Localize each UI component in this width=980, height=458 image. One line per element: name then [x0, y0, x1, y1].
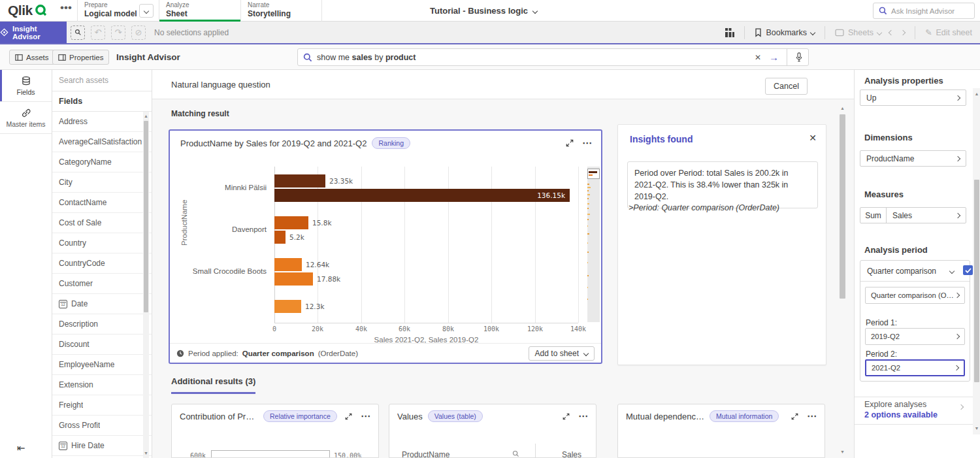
card-menu-icon[interactable]: ⋯: [361, 413, 370, 419]
tab-dropdown-button[interactable]: [139, 4, 154, 18]
mini-scroll-window[interactable]: [587, 169, 600, 179]
field-label: AverageCallSatisfaction: [59, 137, 142, 146]
period-enabled-checkbox[interactable]: [963, 265, 973, 275]
nav-tab-sheet[interactable]: AnalyzeSheet: [159, 0, 240, 22]
bar-davenport[interactable]: [274, 231, 286, 244]
nl-query-input[interactable]: show me sales by product ✕ →: [297, 48, 809, 66]
field-item-countrycode[interactable]: CountryCode: [52, 254, 152, 274]
assets-toggle-button[interactable]: Assets: [9, 50, 55, 65]
field-item-freight[interactable]: Freight: [52, 395, 152, 416]
sidebar-item-master-items[interactable]: Master items: [0, 102, 52, 134]
explore-options-link[interactable]: 2 options available: [864, 410, 938, 419]
properties-toggle-button[interactable]: Properties: [52, 50, 109, 65]
app-title-dropdown[interactable]: Tutorial - Business logic: [430, 0, 537, 22]
mini-tick: [587, 233, 589, 235]
bar-minnki-pälsii[interactable]: [274, 174, 325, 188]
card-menu-icon[interactable]: ⋯: [807, 413, 817, 419]
collapse-panel-icon[interactable]: ⇤: [17, 442, 25, 454]
expand-icon[interactable]: [566, 139, 574, 147]
bar-small-crocodile-boots[interactable]: [274, 258, 302, 271]
mini-tick: [587, 252, 589, 253]
field-item-city[interactable]: City: [52, 172, 152, 193]
chart-menu-icon[interactable]: ⋯: [582, 140, 592, 146]
field-item-employeename[interactable]: EmployeeName: [52, 355, 152, 375]
bar-chart-plot[interactable]: 23.35k136.15k15.8k5.2k12.64k17.88k12.3k: [274, 167, 578, 323]
nav-tab-storytelling[interactable]: NarrateStorytelling: [240, 0, 322, 22]
microphone-icon[interactable]: [795, 52, 803, 62]
bar-davenport[interactable]: [274, 216, 308, 229]
undo-selection-icon[interactable]: ↶: [91, 25, 105, 40]
qlik-logo[interactable]: Qlik: [8, 3, 48, 18]
field-item-extension[interactable]: Extension: [52, 375, 152, 395]
field-item-averagecallsatisfaction[interactable]: AverageCallSatisfaction: [52, 132, 152, 152]
additional-card-3[interactable]: Mutual dependency bet...Mutual informati…: [617, 404, 825, 458]
expand-icon[interactable]: [791, 413, 798, 420]
add-to-sheet-button[interactable]: Add to sheet: [529, 346, 595, 361]
dimension-productname-button[interactable]: ProductName: [860, 150, 966, 167]
edit-sheet-button[interactable]: ✎ Edit sheet: [921, 27, 976, 37]
clear-query-icon[interactable]: ✕: [755, 53, 761, 62]
next-sheet-button[interactable]: [897, 31, 909, 35]
period-calendar-button[interactable]: Quarter comparison (OrderD...: [865, 287, 965, 304]
sidebar-item-fields[interactable]: Fields: [0, 70, 52, 102]
table-col-sales[interactable]: Sales: [562, 450, 581, 458]
nav-tab-logical-model[interactable]: PrepareLogical model: [77, 0, 159, 22]
assets-panel: Search assets Fields AddressAverageCallS…: [52, 70, 152, 458]
additional-card-1[interactable]: Contribution of Product...Relative impor…: [171, 404, 379, 458]
insight-advisor-label: Insight Advisor: [12, 25, 67, 41]
mini-tick: [587, 214, 590, 215]
y-axis-title: ProductName: [180, 220, 188, 246]
column-search-icon[interactable]: [512, 450, 519, 457]
period-type-dropdown[interactable]: Quarter comparison: [860, 261, 970, 282]
insight-advisor-button[interactable]: Insight Advisor: [0, 22, 67, 43]
expand-icon[interactable]: [563, 413, 570, 420]
ranking-badge: Ranking: [372, 137, 410, 149]
additional-card-2[interactable]: ValuesValues (table)⋯ProductNameSales: [389, 404, 596, 458]
clear-selections-icon[interactable]: ⊘: [131, 25, 146, 40]
period2-button[interactable]: 2021-Q2: [865, 359, 965, 376]
field-item-contactname[interactable]: ContactName: [52, 193, 152, 213]
table-col-productname[interactable]: ProductName: [402, 450, 449, 458]
field-item-address[interactable]: Address: [52, 112, 152, 132]
chart-grid-icon[interactable]: [721, 28, 738, 37]
selections-status: No selections applied: [154, 28, 229, 37]
field-item-categoryname[interactable]: CategoryName: [52, 152, 152, 172]
assets-scrollbar[interactable]: ▲ ▼: [143, 112, 149, 458]
properties-scrollbar[interactable]: ▲ ▼: [973, 88, 980, 434]
cancel-button[interactable]: Cancel: [765, 78, 808, 95]
main-scrollbar[interactable]: ▲ ▼: [838, 101, 847, 458]
search-assets-input[interactable]: Search assets: [52, 70, 152, 91]
submit-query-icon[interactable]: →: [769, 52, 779, 63]
sort-up-button[interactable]: Up: [860, 90, 966, 106]
field-item-description[interactable]: Description: [52, 314, 152, 335]
ask-insight-advisor-input[interactable]: Ask Insight Advisor: [873, 3, 975, 19]
period1-button[interactable]: 2019-Q2: [865, 328, 965, 345]
qlik-logo-text: Qlik: [8, 3, 33, 18]
tab-additional-results[interactable]: Additional results (3): [171, 376, 255, 394]
smart-search-icon[interactable]: [71, 25, 85, 40]
expand-icon[interactable]: [345, 413, 352, 420]
field-item-hire-date[interactable]: Hire Date: [52, 436, 152, 456]
field-item-cost-of-sale[interactable]: Cost of Sale: [52, 213, 152, 233]
bar-item[interactable]: [274, 300, 301, 313]
field-label: Date: [71, 299, 88, 308]
sheets-button[interactable]: Sheets: [831, 28, 885, 37]
field-item-customer[interactable]: Customer: [52, 274, 152, 294]
close-icon[interactable]: ✕: [809, 133, 817, 143]
previous-sheet-button[interactable]: [885, 31, 897, 35]
insight-text-box[interactable]: Period over Period: total Sales is 200.2…: [627, 161, 818, 208]
card-menu-icon[interactable]: ⋯: [578, 413, 588, 419]
field-item-country[interactable]: Country: [52, 233, 152, 254]
field-label: Description: [59, 319, 98, 329]
more-menu-icon[interactable]: •••: [60, 1, 72, 14]
field-item-discount[interactable]: Discount: [52, 335, 152, 355]
bookmarks-button[interactable]: Bookmarks: [751, 28, 819, 37]
bar-small-crocodile-boots[interactable]: [274, 272, 313, 286]
chart-mini-scrollbar[interactable]: [587, 167, 600, 322]
measure-sales-button[interactable]: Sum Sales: [860, 207, 966, 223]
redo-selection-icon[interactable]: ↷: [111, 25, 125, 40]
field-item-date[interactable]: Date: [52, 294, 152, 314]
field-item-gross-profit[interactable]: Gross Profit: [52, 416, 152, 436]
card-actions: ⋯: [791, 413, 817, 420]
chevron-right-icon: [955, 95, 960, 100]
